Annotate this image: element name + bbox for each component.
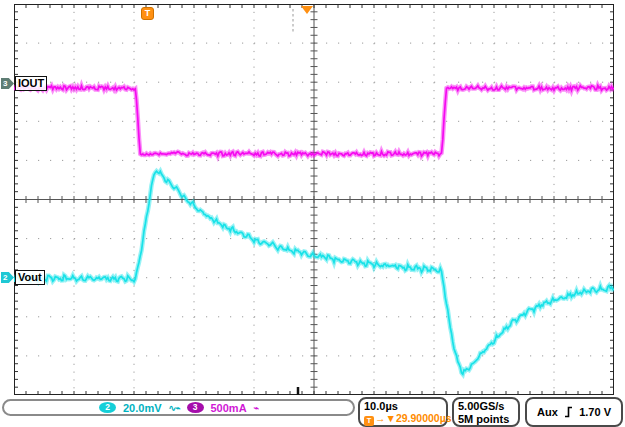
sample-rate: 5.00GS/s bbox=[458, 400, 514, 413]
waveform-label-vout[interactable]: Vout bbox=[15, 270, 45, 285]
trigger-delay-readout: T→▼29.90000µs bbox=[364, 412, 442, 426]
channel2-coupling-bw-icon: ∿⌁ bbox=[169, 403, 180, 413]
channel3-badge[interactable]: 3 bbox=[187, 402, 204, 413]
channel-readouts-box[interactable]: 2 20.0mV ∿⌁ 3 500mA ⌁ bbox=[2, 399, 355, 416]
trigger-delay-marker-icon[interactable] bbox=[301, 6, 313, 14]
acquisition-readout-box[interactable]: 5.00GS/s 5M points bbox=[452, 397, 520, 427]
trigger-delay-value: 29.90000µs bbox=[396, 412, 452, 424]
channel3-bw-limit-icon: ⌁ bbox=[254, 403, 258, 413]
trigger-t-icon: T bbox=[364, 416, 374, 426]
channel3-scale-readout: 500mA bbox=[211, 402, 247, 414]
trigger-readout-box[interactable]: Aux 1.70 V bbox=[525, 397, 623, 427]
channel3-position-marker[interactable]: 3 bbox=[1, 78, 14, 89]
waveform-graticule: IOUT Vout T bbox=[14, 4, 614, 395]
oscilloscope-screen: IOUT Vout T 3 2 2 20.0mV ∿⌁ 3 500mA ⌁ 10… bbox=[0, 0, 625, 427]
trigger-source: Aux bbox=[537, 406, 558, 418]
timebase-readout-box[interactable]: 10.0µs T→▼29.90000µs bbox=[358, 397, 448, 427]
trigger-position-badge[interactable]: T bbox=[141, 7, 154, 20]
timebase-scale: 10.0µs bbox=[364, 400, 442, 412]
channel2-scale-readout: 20.0mV bbox=[123, 402, 162, 414]
trigger-level: 1.70 V bbox=[579, 406, 611, 418]
record-length: 5M points bbox=[458, 413, 514, 426]
waveform-label-iout[interactable]: IOUT bbox=[15, 76, 47, 91]
waveform-plot bbox=[14, 4, 614, 395]
channel2-position-marker[interactable]: 2 bbox=[1, 272, 14, 283]
channel2-badge[interactable]: 2 bbox=[99, 402, 116, 413]
rising-edge-trigger-icon bbox=[564, 406, 573, 418]
trigger-delay-arrow-icon: →▼ bbox=[375, 412, 396, 424]
